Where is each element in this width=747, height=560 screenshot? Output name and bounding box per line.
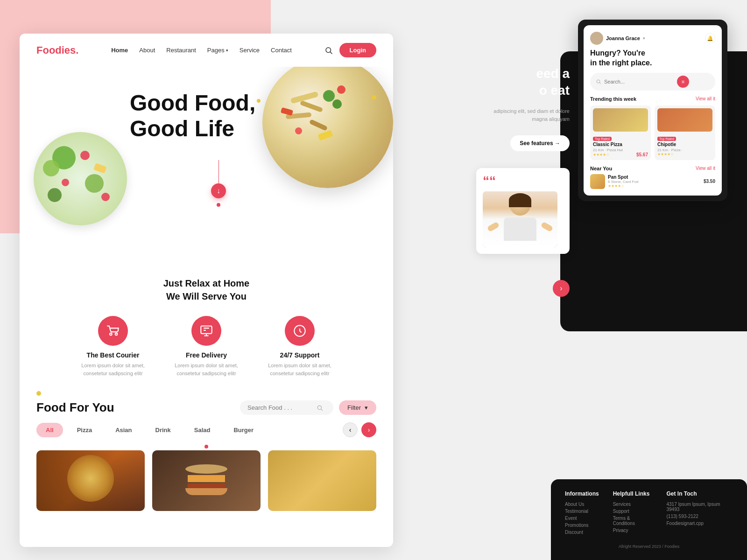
search-filter-row: Filter ▾ [240,400,376,415]
nav-service[interactable]: Service [240,47,260,54]
delivery-name: Free Delivery [186,351,227,359]
nav-about[interactable]: About [139,47,155,54]
hero-text: Good Food, Good Life ↓ [130,90,307,207]
search-icon[interactable] [324,46,333,55]
app-avatar [590,32,603,45]
nav-home[interactable]: Home [111,47,128,54]
food-search-input[interactable] [247,404,313,411]
panspot-name: Pan Spot [608,175,701,180]
app-user: Joanna Grace ▾ [590,32,645,45]
panspot-sub: 6 Stone, Card Fod [608,180,701,184]
scroll-button[interactable]: ↓ [211,183,226,198]
app-username: Joanna Grace [606,35,640,41]
nav-pages[interactable]: Pages ▾ [207,47,228,54]
title-dot [257,99,261,103]
app-trending-cards: Top Rated Classic Pizza 21 Km · Pizza Hu… [590,105,715,160]
food-for-you-section: Food For You Filter ▾ All [20,396,393,516]
footer-helpful-links: Helpfull Links Services Support Terms & … [613,490,653,537]
food-card-burger[interactable] [152,450,261,511]
footer-link-services[interactable]: Services [613,502,653,507]
see-features-button[interactable]: See features → [510,135,570,151]
footer-link-terms[interactable]: Terms & Conditions [613,516,653,526]
trending-card-pizza[interactable]: Top Rated Classic Pizza 21 Km · Pizza Hu… [590,105,651,160]
dark-nav-arrow[interactable]: › [553,280,570,297]
footer-informations: Informations About Us Testimonial Event … [565,490,599,537]
dark-hero-text: eed a o eat [536,65,570,99]
footer-link-promotions[interactable]: Promotions [565,523,599,528]
footer-link-discount[interactable]: Discount [565,530,599,535]
salad-image [34,132,127,225]
near-item-panspot[interactable]: Pan Spot 6 Stone, Card Fod ★★★★☆ $3.50 [590,174,715,189]
support-desc: Lorem ipsum dolor sit amet, consetetur s… [262,362,337,377]
app-search-icon [596,79,601,84]
nav-actions: Login [324,43,376,57]
app-filter-button[interactable]: ≡ [677,76,689,88]
pizza-thumbnail [593,108,648,132]
svg-line-9 [599,83,601,84]
footer: Informations About Us Testimonial Event … [551,479,747,560]
service-delivery: Free Delivery Lorem ipsum dolor sit amet… [169,316,244,377]
trending-card-chipotle[interactable]: Top Rated Chipotle 21 Km · Pizza · ★★★★☆ [655,105,715,160]
cat-drink[interactable]: Drink [146,423,180,437]
nav-contact[interactable]: Contact [271,47,292,54]
quote-mark: ““ [483,175,563,188]
yellow-dot-accent [36,391,41,396]
food-section-title: Food For You [36,400,114,415]
services-title: Just Relax at HomeWe Will Serve You [36,277,376,303]
category-tabs: All Pizza Asian Drink Salad Burger ‹ › [36,422,376,437]
svg-line-1 [330,52,332,54]
footer-copyright: Allright Reserved 2023 / Foodies [565,544,733,549]
search-food-icon [317,405,323,411]
nav-restaurant[interactable]: Restaurant [166,47,196,54]
chipotle-stars: ★★★★☆ [657,152,674,156]
service-support: 24/7 Support Lorem ipsum dolor sit amet,… [262,316,337,377]
navbar: Foodies. Home About Restaurant Pages ▾ S… [20,34,393,67]
footer-link-testimonial[interactable]: Testimonial [565,509,599,514]
chipotle-sub: 21 Km · Pizza · [657,148,712,152]
support-name: 24/7 Support [280,351,320,359]
cat-prev-button[interactable]: ‹ [343,422,358,437]
panspot-thumbnail [590,174,605,189]
trending-view-all[interactable]: View all it [696,96,715,101]
footer-contact-heading: Get In Toch [667,490,733,497]
filter-button[interactable]: Filter ▾ [339,400,376,415]
cat-asian[interactable]: Asian [106,423,141,437]
svg-line-7 [321,409,323,410]
filter-chevron-icon: ▾ [365,404,368,411]
footer-link-privacy[interactable]: Privacy [613,528,653,533]
login-button[interactable]: Login [339,43,376,57]
cat-next-button[interactable]: › [361,422,376,437]
cat-salad[interactable]: Salad [185,423,220,437]
app-phone: Joanna Grace ▾ 🔔 Hungry? You're in the r… [584,25,722,196]
near-title: Near You [590,166,612,171]
yellow-dot-decoration [372,95,376,100]
trending-title: Trending this week [590,96,636,102]
cat-burger[interactable]: Burger [224,423,263,437]
testimonial-woman-image [483,191,557,247]
pizza-stars: ★★★★☆ [593,153,609,157]
pizza-price: $5.67 [636,152,648,157]
bell-icon[interactable]: 🔔 [705,33,715,43]
footer-link-support[interactable]: Support [613,509,653,514]
cat-pizza[interactable]: Pizza [68,423,102,437]
app-trending-header: Trending this week View all it [590,96,715,102]
food-card-pasta[interactable] [268,450,376,511]
testimonial-card: ““ [476,168,570,254]
pink-dot-tabs [204,445,208,448]
food-card-pizza[interactable] [36,450,145,511]
footer-link-aboutus[interactable]: About Us [565,502,599,507]
near-view-all[interactable]: View all it [696,166,715,171]
cat-all[interactable]: All [36,423,63,437]
svg-rect-4 [201,326,211,334]
footer-link-event[interactable]: Event [565,516,599,521]
services-grid: The Best Courier Lorem ipsum dolor sit a… [36,316,376,377]
food-cards-row [36,450,376,511]
svg-point-2 [110,333,112,336]
footer-email[interactable]: Foodiesignart.cpp [667,521,733,526]
app-search-input[interactable] [604,79,674,84]
scroll-indicator: ↓ [130,160,307,207]
chipotle-thumbnail [657,108,712,132]
footer-phone[interactable]: (113) 593-2122 [667,514,733,519]
main-website-card: Foodies. Home About Restaurant Pages ▾ S… [20,34,393,547]
footer-informations-heading: Informations [565,490,599,497]
